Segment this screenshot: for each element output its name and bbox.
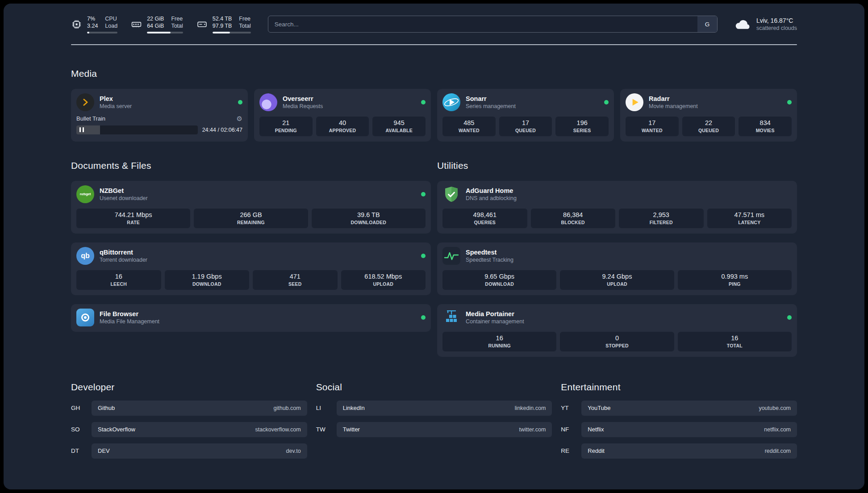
stat-available: 945 AVAILABLE bbox=[372, 117, 426, 136]
section-title-social: Social bbox=[316, 382, 552, 393]
stat-queries: 498,461 QUERIES bbox=[442, 209, 527, 228]
divider bbox=[71, 44, 797, 45]
disk-total-value: 97.9 TB bbox=[213, 22, 232, 29]
stat-upload: 618.52 Mbps UPLOAD bbox=[341, 270, 426, 290]
service-description-overseerr: Media Requests bbox=[283, 103, 323, 109]
service-name-nzbget[interactable]: NZBGet bbox=[100, 187, 148, 194]
stat-download: 1.19 Gbps DOWNLOAD bbox=[165, 270, 250, 290]
bookmark-netflix[interactable]: NF Netflix netflix.com bbox=[561, 422, 797, 437]
status-dot bbox=[421, 100, 426, 104]
gear-icon[interactable]: ⚙ bbox=[237, 115, 242, 122]
status-dot bbox=[238, 100, 242, 104]
now-playing-title: Bullet Train bbox=[76, 115, 105, 122]
cpu-progress-fill bbox=[87, 32, 89, 33]
service-name-sonarr[interactable]: Sonarr bbox=[466, 95, 516, 102]
disk-free-label: Free bbox=[239, 15, 250, 22]
service-name-plex[interactable]: Plex bbox=[100, 95, 132, 102]
bookmark-youtube[interactable]: YT YouTube youtube.com bbox=[561, 401, 797, 416]
section-title-developer: Developer bbox=[71, 382, 307, 393]
service-name-filebrowser[interactable]: File Browser bbox=[100, 310, 159, 318]
bookmark-abbr: LI bbox=[316, 405, 337, 411]
service-name-radarr[interactable]: Radarr bbox=[649, 95, 698, 102]
stat-wanted: 485 WANTED bbox=[442, 117, 496, 136]
stat-movies: 834 MOVIES bbox=[739, 117, 792, 136]
bookmark-abbr: SO bbox=[71, 426, 92, 433]
memory-total-value: 64 GiB bbox=[147, 22, 164, 29]
section-title-entertainment: Entertainment bbox=[561, 382, 797, 393]
stat-blocked: 86,384 BLOCKED bbox=[531, 209, 616, 228]
topbar: 7% 3.24 CPU Load bbox=[71, 15, 797, 33]
bookmark-dev[interactable]: DT DEV dev.to bbox=[71, 443, 307, 459]
service-card-radarr: Radarr Movie management 17 WANTED 22 QUE… bbox=[620, 89, 797, 142]
disk-progress-fill bbox=[213, 32, 230, 33]
bookmark-twitter[interactable]: TW Twitter twitter.com bbox=[316, 422, 552, 437]
status-dot bbox=[787, 315, 792, 320]
bookmark-abbr: TW bbox=[316, 426, 337, 433]
service-description-portainer: Container management bbox=[466, 318, 524, 325]
service-card-adguard: AdGuard Home DNS and adblocking 498,461 … bbox=[437, 181, 797, 234]
bookmark-reddit[interactable]: RE Reddit reddit.com bbox=[561, 443, 797, 459]
disk-progress-track bbox=[213, 32, 251, 33]
stat-wanted: 17 WANTED bbox=[626, 117, 679, 136]
stat-filtered: 2,953 FILTERED bbox=[619, 209, 704, 228]
stat-approved: 40 APPROVED bbox=[316, 117, 369, 136]
disk-icon bbox=[196, 19, 208, 30]
disk-free-value: 52.4 TB bbox=[213, 15, 232, 22]
bookmark-group-social: Social LI LinkedIn linkedin.com TW Twitt… bbox=[316, 382, 552, 459]
section-title-utilities: Utilities bbox=[437, 160, 797, 171]
memory-progress-fill bbox=[147, 32, 171, 33]
service-name-qbittorrent[interactable]: qBittorrent bbox=[100, 249, 147, 256]
status-dot bbox=[604, 100, 609, 104]
stat-upload: 9.24 Gbps UPLOAD bbox=[560, 270, 674, 290]
search-input[interactable] bbox=[268, 16, 718, 33]
bookmark-group-entertainment: Entertainment YT YouTube youtube.com NF … bbox=[561, 382, 797, 459]
bookmark-abbr: RE bbox=[561, 447, 581, 454]
bookmark-stackoverflow[interactable]: SO StackOverflow stackoverflow.com bbox=[71, 422, 307, 437]
service-description-adguard: DNS and adblocking bbox=[466, 195, 517, 201]
media-grid: Plex Media server Bullet Train ⚙ bbox=[71, 89, 797, 142]
section-media: Media Plex Media server bbox=[71, 68, 797, 142]
memory-icon bbox=[131, 19, 142, 30]
service-description-nzbget: Usenet downloader bbox=[100, 195, 148, 201]
service-name-adguard[interactable]: AdGuard Home bbox=[466, 187, 517, 194]
status-dot bbox=[421, 254, 426, 258]
pause-icon bbox=[79, 127, 84, 132]
section-title-media: Media bbox=[71, 68, 797, 79]
stat-leech: 16 LEECH bbox=[76, 270, 161, 290]
disk-widget: 52.4 TB 97.9 TB Free Total bbox=[196, 15, 251, 33]
playback-progress-bar[interactable] bbox=[76, 125, 198, 134]
cpu-progress-track bbox=[87, 32, 117, 33]
bookmark-pill: LinkedIn linkedin.com bbox=[337, 401, 552, 416]
search-provider-button[interactable]: G bbox=[697, 16, 717, 32]
service-name-portainer[interactable]: Media Portainer bbox=[466, 310, 524, 318]
memory-progress-track bbox=[147, 32, 183, 33]
bookmark-linkedin[interactable]: LI LinkedIn linkedin.com bbox=[316, 401, 552, 416]
stat-pending: 21 PENDING bbox=[259, 117, 313, 136]
nzbget-icon: nzbget bbox=[76, 185, 94, 203]
service-name-speedtest[interactable]: Speedtest bbox=[466, 249, 513, 256]
dashboard: 7% 3.24 CPU Load bbox=[4, 4, 864, 489]
stat-running: 16 RUNNING bbox=[442, 332, 556, 351]
service-name-overseerr[interactable]: Overseerr bbox=[283, 95, 323, 102]
disk-total-label: Total bbox=[239, 22, 250, 29]
playback-time: 24:44 / 02:06:47 bbox=[202, 127, 242, 133]
search-bar: G bbox=[268, 16, 718, 33]
filebrowser-icon bbox=[76, 309, 94, 326]
bookmark-abbr: NF bbox=[561, 426, 581, 433]
bookmark-group-developer: Developer GH Github github.com SO StackO… bbox=[71, 382, 307, 459]
qbittorrent-icon: qb bbox=[76, 247, 94, 265]
service-card-sonarr: Sonarr Series management 485 WANTED 17 Q… bbox=[437, 89, 614, 142]
radarr-icon bbox=[626, 93, 643, 111]
bookmark-github[interactable]: GH Github github.com bbox=[71, 401, 307, 416]
bookmark-pill: YouTube youtube.com bbox=[581, 401, 797, 416]
bookmark-pill: DEV dev.to bbox=[92, 443, 307, 459]
cpu-widget: 7% 3.24 CPU Load bbox=[71, 15, 117, 33]
status-dot bbox=[421, 192, 426, 196]
service-card-plex: Plex Media server Bullet Train ⚙ bbox=[71, 89, 248, 142]
cpu-usage-label: CPU bbox=[105, 15, 117, 22]
service-card-speedtest: Speedtest Speedtest Tracking 9.65 Gbps D… bbox=[437, 242, 797, 295]
memory-free-label: Free bbox=[171, 15, 183, 22]
stat-ping: 0.993 ms PING bbox=[678, 270, 792, 290]
service-description-sonarr: Series management bbox=[466, 103, 516, 109]
service-card-filebrowser: File Browser Media File Management bbox=[71, 304, 431, 332]
